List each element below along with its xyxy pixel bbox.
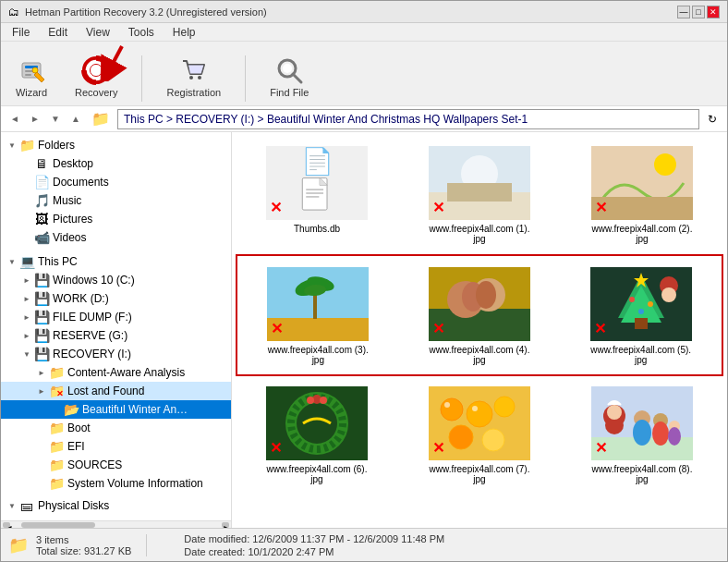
- tree-item-drive-f[interactable]: ► 💾 FILE DUMP (F:): [1, 308, 231, 326]
- tree-label-pictures: Pictures: [53, 213, 92, 226]
- file-item-img6[interactable]: ✕ www.freepix4all.com (6).jpg: [239, 380, 394, 491]
- tree-label-lost-found: Lost and Found: [67, 385, 144, 397]
- hscroll-right-btn[interactable]: ►: [222, 522, 229, 528]
- tree-item-videos[interactable]: 📹 Videos: [1, 228, 231, 247]
- svg-point-69: [607, 405, 622, 420]
- tree-item-drive-g[interactable]: ► 💾 RESERVE (G:): [1, 326, 231, 345]
- file-item-img8[interactable]: ✕ www.freepix4all.com (8).jpg: [564, 380, 720, 491]
- file-thumb-thumbsdb: ✕: [266, 146, 368, 220]
- file-label-thumbsdb: Thumbs.db: [294, 224, 340, 234]
- recovery-button[interactable]: Recovery: [69, 52, 123, 102]
- expand-documents: [19, 175, 34, 189]
- expand-folders[interactable]: ▼: [5, 138, 19, 153]
- toolbar-divider-2: [245, 55, 246, 102]
- hscroll-left-btn[interactable]: ◄: [3, 522, 10, 528]
- file-item-thumbsdb[interactable]: ✕ Thumbs.db: [239, 140, 394, 250]
- close-button[interactable]: ✕: [707, 6, 720, 18]
- tree-label-efi: EFI: [67, 440, 85, 453]
- tree-item-desktop[interactable]: 🖥 Desktop: [1, 154, 231, 173]
- file-item-img2[interactable]: ✕ www.freepix4all.com (2).jpg: [564, 140, 720, 250]
- menu-tools[interactable]: Tools: [125, 25, 158, 40]
- drive-c-icon: 💾: [34, 273, 49, 287]
- window-controls[interactable]: — □ ✕: [677, 6, 720, 18]
- findfile-button[interactable]: Find File: [264, 52, 314, 102]
- tree-item-pictures[interactable]: 🖼 Pictures: [1, 210, 231, 228]
- title-text: Hetman Partition Recovery 3.2 (Unregiste…: [25, 6, 672, 18]
- file-item-img5[interactable]: ✕ www.freepix4all.com (5).jpg: [564, 262, 718, 371]
- pictures-icon: 🖼: [34, 212, 49, 226]
- menu-help[interactable]: Help: [169, 25, 200, 40]
- tree-item-sysvolinfo[interactable]: 📁 System Volume Information: [1, 474, 231, 493]
- expand-sources: [34, 458, 49, 472]
- expand-drive-g[interactable]: ►: [19, 328, 34, 343]
- file-item-img1[interactable]: ✕ www.freepix4all.com (1).jpg: [402, 140, 557, 250]
- back-button[interactable]: ◄: [6, 111, 23, 128]
- svg-point-27: [654, 153, 676, 176]
- status-date-created: Date created: 10/1/2020 2:47 PM: [184, 546, 444, 557]
- expand-sysvolinfo: [34, 476, 49, 491]
- svg-point-61: [449, 425, 473, 449]
- tree-label-desktop: Desktop: [53, 157, 93, 170]
- red-x-img7: ✕: [432, 439, 444, 457]
- app-icon: 🗂: [8, 6, 19, 18]
- status-size: Total size: 931.27 KB: [36, 545, 131, 556]
- expand-lost-found[interactable]: ►: [34, 384, 49, 398]
- tree-item-drive-i[interactable]: ▼ 💾 RECOVERY (I:): [1, 345, 231, 363]
- menu-file[interactable]: File: [8, 25, 33, 40]
- left-hscroll[interactable]: ◄ ►: [1, 520, 231, 528]
- expand-drive-i[interactable]: ▼: [19, 347, 34, 361]
- expand-drive-c[interactable]: ►: [19, 273, 34, 287]
- forward-button[interactable]: ►: [27, 111, 43, 128]
- tree-item-music[interactable]: 🎵 Music: [1, 191, 231, 210]
- expand-thispc[interactable]: ▼: [5, 254, 19, 269]
- sysvolinfo-icon: 📁: [49, 476, 64, 491]
- tree-item-drive-c[interactable]: ► 💾 Windows 10 (C:): [1, 271, 231, 289]
- main-layout: ▼ 📁 Folders 🖥 Desktop 📄 Documents 🎵 Musi…: [1, 132, 727, 528]
- music-icon: 🎵: [34, 193, 49, 208]
- address-input[interactable]: [117, 109, 699, 129]
- file-thumb-img7: ✕: [429, 386, 530, 460]
- svg-point-10: [189, 76, 193, 79]
- tree-item-efi[interactable]: 📁 EFI: [1, 437, 231, 456]
- svg-point-56: [307, 397, 314, 404]
- menu-edit[interactable]: Edit: [44, 25, 71, 40]
- expand-drive-f[interactable]: ►: [19, 310, 34, 324]
- dropdown-button[interactable]: ▼: [47, 111, 64, 128]
- file-item-img4[interactable]: ✕ www.freepix4all.com (4).jpg: [403, 262, 557, 371]
- file-item-img3[interactable]: ✕ www.freepix4all.com (3).jpg: [241, 262, 395, 371]
- title-bar: 🗂 Hetman Partition Recovery 3.2 (Unregis…: [1, 1, 727, 23]
- hscroll-thumb[interactable]: [21, 522, 95, 528]
- tree-item-lost-found[interactable]: ► 📁 ✕ Lost and Found: [1, 382, 231, 400]
- expand-desktop: [19, 156, 34, 171]
- tree-label-videos: Videos: [53, 231, 86, 244]
- tree-item-thispc[interactable]: ▼ 💻 This PC: [1, 252, 231, 271]
- menu-view[interactable]: View: [82, 25, 114, 40]
- minimize-button[interactable]: —: [677, 6, 690, 18]
- tree-item-beautiful-winter[interactable]: 📂 Beautiful Winter And Christma…: [1, 400, 231, 419]
- tree-item-drive-d[interactable]: ► 💾 WORK (D:): [1, 289, 231, 308]
- tree-item-physical-disks[interactable]: ▼ 🖴 Physical Disks: [1, 496, 231, 515]
- efi-icon: 📁: [49, 439, 64, 454]
- toolbar-divider-1: [141, 55, 142, 102]
- wizard-button[interactable]: Wizard: [8, 52, 55, 102]
- up-button[interactable]: ▲: [67, 111, 84, 128]
- expand-drive-d[interactable]: ►: [19, 291, 34, 306]
- tree-item-folders[interactable]: ▼ 📁 Folders: [1, 136, 231, 154]
- status-date-modified: Date modified: 12/6/2009 11:37 PM - 12/6…: [184, 533, 444, 544]
- expand-physical-disks[interactable]: ▼: [5, 498, 19, 513]
- tree-item-sources[interactable]: 📁 SOURCES: [1, 456, 231, 474]
- svg-point-40: [476, 281, 496, 309]
- expand-beautiful-winter[interactable]: [49, 402, 64, 417]
- tree-item-boot[interactable]: 📁 Boot: [1, 419, 231, 437]
- status-count-section: 3 items Total size: 931.27 KB: [36, 534, 131, 556]
- tree-item-content-aware[interactable]: ► 📁 Content-Aware Analysis: [1, 363, 231, 382]
- tree-item-documents[interactable]: 📄 Documents: [1, 173, 231, 191]
- refresh-button[interactable]: ↻: [703, 110, 722, 128]
- right-panel: ✕ Thumbs.db ✕ www.freepix4all.com (1).jp…: [232, 132, 727, 528]
- registration-button[interactable]: Registration: [161, 52, 226, 102]
- file-item-img7[interactable]: ✕ www.freepix4all.com (7).jpg: [402, 380, 557, 491]
- maximize-button[interactable]: □: [692, 6, 705, 18]
- boot-icon: 📁: [49, 421, 64, 435]
- expand-content-aware[interactable]: ►: [34, 365, 49, 380]
- file-label-img4: www.freepix4all.com (4).jpg: [429, 345, 530, 365]
